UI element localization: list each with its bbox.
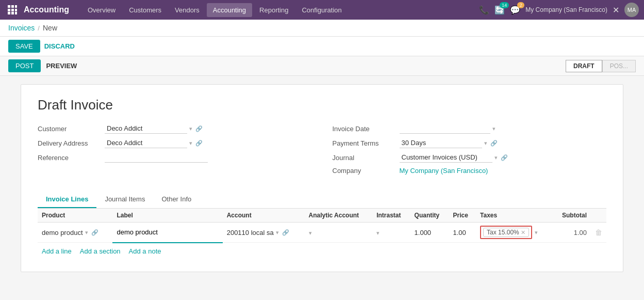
- payment-terms-ext-link[interactable]: 🔗: [490, 140, 498, 147]
- activity-badge: 14: [500, 2, 509, 8]
- tab-journal-items[interactable]: Journal Items: [96, 191, 153, 208]
- nav-right-icons: 📞 🔄 14 💬 2 My Company (San Francisco) ✕ …: [479, 3, 639, 17]
- account-dropdown[interactable]: ▾: [276, 229, 279, 236]
- brand-name: Accounting: [24, 5, 69, 14]
- account-ext-link[interactable]: 🔗: [282, 229, 289, 236]
- activity-icon[interactable]: 🔄 14: [494, 5, 505, 15]
- close-icon[interactable]: ✕: [613, 5, 619, 15]
- col-label: Label: [112, 209, 222, 223]
- row-account: 200110 local sa ▾ 🔗: [223, 223, 305, 243]
- tab-invoice-lines[interactable]: Invoice Lines: [38, 191, 96, 208]
- product-ext-link[interactable]: 🔗: [91, 229, 98, 236]
- breadcrumb-new: New: [43, 24, 57, 32]
- customer-text: Deco Addict: [105, 123, 187, 134]
- row-subtotal: 1.00: [553, 223, 591, 243]
- payment-terms-row: Payment Terms 30 Days ▾ 🔗: [333, 138, 607, 148]
- tax-remove-icon[interactable]: ✕: [521, 229, 525, 236]
- breadcrumb: Invoices / New: [0, 20, 644, 37]
- nav-links: Overview Customers Vendors Accounting Re…: [81, 3, 477, 17]
- row-price: 1.00: [449, 223, 476, 243]
- invoice-date-row: Invoice Date ▾: [333, 123, 607, 134]
- intrastat-dropdown[interactable]: ▾: [376, 230, 379, 236]
- tab-other-info[interactable]: Other Info: [153, 191, 200, 208]
- action-bar: SAVE DISCARD: [0, 37, 644, 56]
- invoice-title: Draft Invoice: [38, 97, 606, 113]
- customer-dropdown-arrow[interactable]: ▾: [189, 125, 192, 132]
- post-button[interactable]: POST: [8, 59, 41, 72]
- phone-icon[interactable]: 📞: [479, 5, 489, 15]
- payment-terms-text: 30 Days: [400, 138, 482, 148]
- customer-label: Customer: [38, 125, 105, 133]
- svg-rect-6: [8, 12, 10, 14]
- tax-label: Tax 15.00%: [487, 229, 519, 236]
- col-price: Price: [449, 209, 476, 223]
- journal-text: Customer Invoices (USD): [400, 152, 492, 163]
- account-text: 200110 local sa: [227, 229, 274, 236]
- invoice-date-input[interactable]: [400, 123, 490, 134]
- svg-rect-7: [11, 12, 14, 14]
- add-line-link[interactable]: Add a line: [42, 247, 72, 255]
- delivery-label: Delivery Address: [38, 139, 105, 147]
- add-section-link[interactable]: Add a section: [80, 247, 121, 255]
- col-more: [591, 209, 606, 223]
- nav-customers[interactable]: Customers: [123, 3, 168, 17]
- discard-button[interactable]: DISCARD: [44, 42, 75, 50]
- journal-value: Customer Invoices (USD) ▾ 🔗: [400, 152, 607, 163]
- row-taxes: Tax 15.00% ✕ ▾: [476, 223, 553, 243]
- company-row: Company My Company (San Francisco): [333, 167, 607, 175]
- invoice-date-arrow[interactable]: ▾: [492, 125, 496, 132]
- status-bar: POST PREVIEW DRAFT POS...: [0, 56, 644, 76]
- nav-reporting[interactable]: Reporting: [253, 3, 294, 17]
- save-button[interactable]: SAVE: [8, 40, 40, 53]
- payment-terms-value: 30 Days ▾ 🔗: [400, 138, 607, 148]
- svg-rect-4: [11, 9, 14, 11]
- row-label[interactable]: [112, 223, 222, 243]
- messages-badge: 2: [517, 2, 524, 8]
- top-navigation: Accounting Overview Customers Vendors Ac…: [0, 0, 644, 20]
- invoice-date-label: Invoice Date: [333, 125, 400, 133]
- invoice-lines-table: Product Label Account Analytic Account I…: [38, 209, 606, 243]
- journal-arrow[interactable]: ▾: [494, 154, 498, 161]
- svg-rect-5: [15, 9, 17, 11]
- col-analytic: Analytic Account: [305, 209, 373, 223]
- user-avatar[interactable]: MA: [624, 3, 639, 17]
- status-draft: DRAFT: [566, 60, 602, 72]
- nav-overview[interactable]: Overview: [81, 3, 122, 17]
- payment-terms-arrow[interactable]: ▾: [484, 140, 487, 147]
- svg-rect-1: [11, 5, 14, 8]
- apps-icon[interactable]: [5, 3, 20, 17]
- row-quantity: 1.000: [410, 223, 449, 243]
- delivery-ext-link[interactable]: 🔗: [195, 140, 203, 147]
- col-subtotal: Subtotal: [553, 209, 591, 223]
- company-value[interactable]: My Company (San Francisco): [400, 167, 488, 175]
- tax-cell-highlight: Tax 15.00% ✕: [480, 226, 532, 239]
- analytic-dropdown[interactable]: ▾: [309, 230, 312, 236]
- label-input[interactable]: [117, 228, 218, 236]
- table-row: demo product ▾ 🔗 200110 local sa ▾ 🔗: [38, 223, 606, 243]
- main-content: Draft Invoice Customer Deco Addict ▾ 🔗 D…: [0, 76, 644, 280]
- taxes-dropdown[interactable]: ▾: [535, 229, 538, 235]
- product-dropdown[interactable]: ▾: [85, 229, 88, 236]
- col-quantity: Quantity: [410, 209, 449, 223]
- svg-rect-3: [8, 9, 10, 11]
- nav-vendors[interactable]: Vendors: [169, 3, 206, 17]
- preview-button[interactable]: PREVIEW: [46, 62, 77, 70]
- customer-ext-link[interactable]: 🔗: [195, 125, 203, 132]
- nav-configuration[interactable]: Configuration: [295, 3, 348, 17]
- reference-row: Reference: [38, 152, 312, 163]
- journal-ext-link[interactable]: 🔗: [501, 154, 508, 161]
- delivery-row: Delivery Address Deco Addict ▾ 🔗: [38, 138, 312, 148]
- row-product: demo product ▾ 🔗: [38, 223, 112, 243]
- breadcrumb-invoices[interactable]: Invoices: [8, 24, 35, 32]
- delivery-dropdown-arrow[interactable]: ▾: [189, 140, 192, 147]
- breadcrumb-separator: /: [38, 24, 40, 32]
- col-taxes: Taxes: [476, 209, 553, 223]
- messages-icon[interactable]: 💬 2: [510, 5, 520, 15]
- company-selector[interactable]: My Company (San Francisco): [525, 6, 607, 13]
- reference-input[interactable]: [105, 152, 208, 163]
- row-delete-icon[interactable]: 🗑: [595, 228, 602, 236]
- add-note-link[interactable]: Add a note: [129, 247, 161, 255]
- col-account: Account: [223, 209, 305, 223]
- delivery-value: Deco Addict ▾ 🔗: [105, 138, 312, 148]
- nav-accounting[interactable]: Accounting: [207, 3, 252, 17]
